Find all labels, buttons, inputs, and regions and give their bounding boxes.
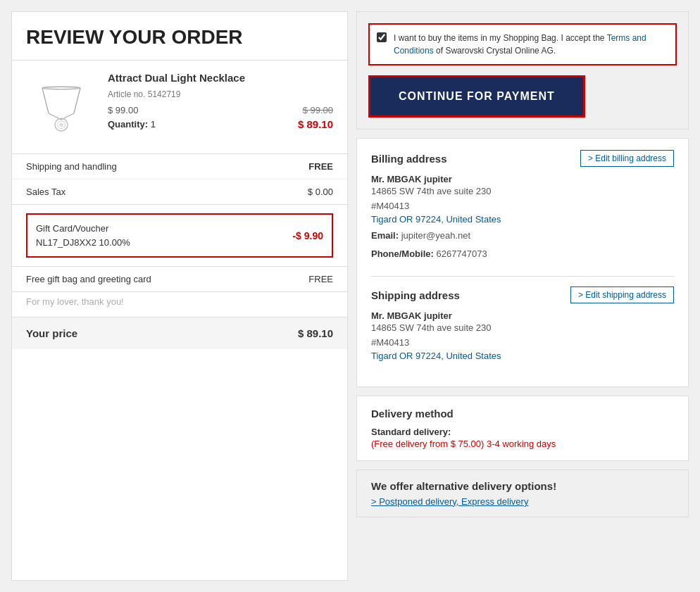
address-divider: [371, 276, 674, 277]
voucher-amount: -$ 9.90: [292, 230, 323, 241]
billing-name: Mr. MBGAK jupiter: [371, 174, 674, 184]
product-image: [26, 72, 96, 142]
shipping-city: Tigard OR 97224, United States: [371, 351, 674, 361]
billing-address1: 14865 SW 74th ave suite 230: [371, 184, 674, 199]
voucher-section: Gift Card/Voucher NL17_DJ8XX2 10.00% -$ …: [26, 213, 333, 258]
edit-billing-link[interactable]: > Edit billing address: [580, 150, 674, 167]
shipping-address2: #M40413: [371, 336, 674, 351]
gift-label: Free gift bag and greeting card: [26, 274, 151, 284]
alt-delivery-link[interactable]: > Postponed delivery, Express delivery: [371, 496, 674, 507]
quantity-label: Quantity: 1: [108, 119, 156, 130]
continue-payment-button[interactable]: CONTINUE FOR PAYMENT: [370, 77, 583, 115]
shipping-title: Shipping address: [371, 289, 460, 301]
terms-checkbox[interactable]: [377, 32, 387, 42]
product-section: Attract Dual Light Necklace Article no. …: [12, 61, 347, 154]
delivery-section: Delivery method Standard delivery: (Free…: [356, 396, 689, 461]
gift-message: For my lover, thank you!: [12, 292, 347, 317]
order-review-panel: REVIEW YOUR ORDER Attract Dual Light Nec…: [11, 11, 348, 581]
your-price-label: Your price: [26, 327, 77, 339]
billing-title: Billing address: [371, 153, 447, 165]
svg-point-7: [59, 123, 63, 127]
terms-link[interactable]: Terms and Conditions: [394, 33, 646, 56]
delivery-method-desc: (Free delivery from $ 75.00) 3-4 working…: [371, 439, 674, 449]
page-title: REVIEW YOUR ORDER: [12, 12, 347, 61]
billing-city: Tigard OR 97224, United States: [371, 214, 674, 225]
gift-section: Free gift bag and greeting card FREE: [12, 266, 347, 292]
delivery-method-label: Standard delivery:: [371, 427, 674, 437]
delivery-title: Delivery method: [371, 408, 674, 420]
terms-text: I want to buy the items in my Shopping B…: [394, 32, 668, 57]
your-price-value: $ 89.10: [298, 327, 333, 339]
gift-value: FREE: [308, 274, 333, 284]
billing-address2: #M40413: [371, 199, 674, 214]
tax-value: $ 0.00: [308, 187, 333, 197]
shipping-address-block: Shipping address > Edit shipping address…: [371, 286, 674, 361]
svg-line-1: [42, 88, 49, 113]
edit-shipping-link[interactable]: > Edit shipping address: [570, 286, 674, 303]
product-article: Article no. 5142719: [108, 89, 333, 99]
quantity-row: Quantity: 1 $ 89.10: [108, 118, 333, 130]
billing-address-block: Billing address > Edit billing address M…: [371, 150, 674, 262]
address-section: Billing address > Edit billing address M…: [356, 138, 689, 387]
tax-label: Sales Tax: [26, 187, 65, 197]
tax-row: Sales Tax $ 0.00: [12, 180, 347, 205]
billing-email-row: Email: jupiter@yeah.net: [371, 229, 674, 244]
billing-phone-row: Phone/Mobile: 6267747073: [371, 247, 674, 262]
voucher-text: Gift Card/Voucher NL17_DJ8XX2 10.00%: [36, 222, 130, 249]
terms-row: I want to buy the items in my Shopping B…: [368, 23, 677, 65]
shipping-label: Shipping and handling: [26, 161, 117, 172]
svg-line-2: [74, 88, 80, 113]
terms-section: I want to buy the items in my Shopping B…: [356, 11, 689, 130]
shipping-address-header: Shipping address > Edit shipping address: [371, 286, 674, 303]
shipping-row: Shipping and handling FREE: [12, 154, 347, 180]
final-price: $ 89.10: [298, 118, 333, 130]
svg-point-0: [42, 87, 80, 89]
shipping-value: FREE: [308, 161, 333, 172]
alt-delivery-title: We offer alternative delivery options!: [371, 480, 674, 492]
shipping-name: Mr. MBGAK jupiter: [371, 310, 674, 321]
product-details: Attract Dual Light Necklace Article no. …: [108, 72, 333, 130]
price-row: $ 99.00 $ 99.00: [108, 105, 333, 115]
price-original: $ 99.00: [303, 105, 333, 115]
your-price-section: Your price $ 89.10: [12, 317, 347, 349]
continue-btn-wrapper: CONTINUE FOR PAYMENT: [368, 75, 585, 118]
product-name: Attract Dual Light Necklace: [108, 72, 333, 84]
price-display: $ 99.00: [108, 105, 138, 115]
shipping-address1: 14865 SW 74th ave suite 230: [371, 321, 674, 336]
billing-address-header: Billing address > Edit billing address: [371, 150, 674, 167]
right-panel: I want to buy the items in my Shopping B…: [356, 11, 689, 581]
alt-delivery-section: We offer alternative delivery options! >…: [356, 470, 689, 517]
